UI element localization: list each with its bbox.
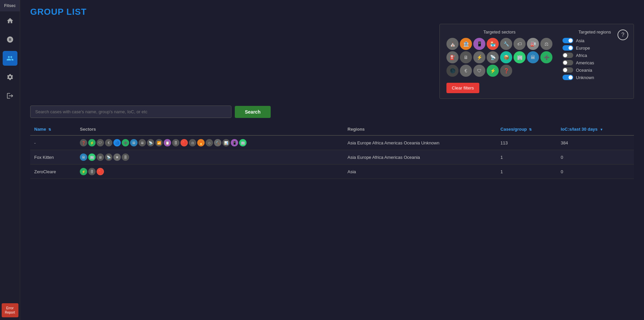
sector-dark[interactable]: 🌑 xyxy=(446,65,459,77)
table-header: Name ⇅ Sectors Regions Cases/group ⇅ IoC… xyxy=(30,123,634,135)
group-name: ZeroCleare xyxy=(30,165,76,179)
sector-energy[interactable]: ⛽ xyxy=(446,51,459,63)
search-row: Search xyxy=(30,106,634,118)
group-iocs: 0 xyxy=(557,165,634,179)
sector-manufacturing[interactable]: 🔧 xyxy=(500,38,512,50)
sector-retail[interactable]: 🏪 xyxy=(487,38,499,50)
group-regions: Asia Europe Africa Americas Oceania xyxy=(343,150,496,165)
table-row[interactable]: - ❓ ⚡ 🛡 € 🔵 ➕ 🏛 🖥 📡 📶 xyxy=(30,135,634,150)
region-europe-toggle[interactable] xyxy=(562,45,573,51)
sector-healthcare[interactable]: ➕ xyxy=(540,51,552,63)
group-iocs: 0 xyxy=(557,150,634,165)
table-wrapper: Name ⇅ Sectors Regions Cases/group ⇅ IoC… xyxy=(30,123,634,179)
region-americas-label: Americas xyxy=(576,60,594,65)
region-europe[interactable]: Europe xyxy=(562,45,627,51)
sector-supply[interactable]: 📦 xyxy=(500,51,512,63)
region-africa-toggle[interactable] xyxy=(562,53,573,58)
sector-religious[interactable]: ⛪ xyxy=(446,38,459,50)
help-icon[interactable]: ? xyxy=(618,29,628,40)
sidebar-item-logout[interactable] xyxy=(3,88,17,103)
filter-panel: ? Targeted sectors ⛪ 🏦 📱 🏪 🔧 🏷 🏭 ⚖ ⛽ 🖥 xyxy=(439,24,634,99)
targeted-sectors-title: Targeted sectors xyxy=(446,29,552,35)
regions-list: Asia Europe Africa Americas xyxy=(562,38,627,80)
sector-government[interactable]: 🏢 xyxy=(514,51,526,63)
sector-legal[interactable]: ⚖ xyxy=(540,38,552,50)
sector-technology[interactable]: 📱 xyxy=(473,38,485,50)
main-content: GROUP LIST ? Targeted sectors ⛪ 🏦 📱 🏪 🔧 … xyxy=(20,0,644,320)
error-report-button[interactable]: Error Report xyxy=(2,303,18,317)
search-input[interactable] xyxy=(30,106,231,118)
sector-defense[interactable]: 🏛 xyxy=(527,51,539,63)
group-cases: 1 xyxy=(496,150,557,165)
sector-power[interactable]: ⚡ xyxy=(487,65,499,77)
col-cases[interactable]: Cases/group ⇅ xyxy=(496,123,557,135)
region-africa[interactable]: Africa xyxy=(562,53,627,58)
group-sectors: ⚡ 🗄 🔴 xyxy=(76,165,343,179)
col-name[interactable]: Name ⇅ xyxy=(30,123,76,135)
sidebar-bottom: Error Report xyxy=(0,303,20,320)
search-button[interactable]: Search xyxy=(235,106,271,118)
group-cases: 113 xyxy=(496,135,557,150)
group-regions: Asia Europe Africa Americas Oceania Unkn… xyxy=(343,135,496,150)
group-name: Fox Kitten xyxy=(30,150,76,165)
sector-unknown[interactable]: ❓ xyxy=(500,65,512,77)
group-regions: Asia xyxy=(343,165,496,179)
sector-icons-grid: ⛪ 🏦 📱 🏪 🔧 🏷 🏭 ⚖ ⛽ 🖥 ⚡ 📡 📦 🏢 🏛 xyxy=(446,38,552,77)
region-unknown-label: Unknown xyxy=(576,75,594,80)
sector-it[interactable]: 🖥 xyxy=(460,51,472,63)
col-iocs[interactable]: IoC:s/last 30 days ▼ xyxy=(557,123,634,135)
group-sectors: ❓ ⚡ 🛡 € 🔵 ➕ 🏛 🖥 📡 📶 📋 🗄 xyxy=(76,135,343,150)
group-name: - xyxy=(30,135,76,150)
table-row[interactable]: ZeroCleare ⚡ 🗄 🔴 Asia 1 0 xyxy=(30,165,634,179)
region-africa-label: Africa xyxy=(576,53,587,58)
sidebar-item-groups[interactable] xyxy=(3,51,17,66)
sector-shield[interactable]: 🛡 xyxy=(473,65,485,77)
clear-filters-button[interactable]: Clear filters xyxy=(446,83,479,93)
sidebar: Fitsec Error Report xyxy=(0,0,20,320)
region-asia[interactable]: Asia xyxy=(562,38,627,43)
sector-finance2[interactable]: € xyxy=(460,65,472,77)
region-americas[interactable]: Americas xyxy=(562,60,627,65)
sidebar-item-home[interactable] xyxy=(3,13,17,28)
targeted-sectors-section: Targeted sectors ⛪ 🏦 📱 🏪 🔧 🏷 🏭 ⚖ ⛽ 🖥 ⚡ 📡 xyxy=(446,29,552,93)
page-title: GROUP LIST xyxy=(30,7,634,17)
group-cases: 1 xyxy=(496,165,557,179)
group-table: Name ⇅ Sectors Regions Cases/group ⇅ IoC… xyxy=(30,123,634,179)
region-asia-label: Asia xyxy=(576,38,584,43)
sidebar-item-settings[interactable] xyxy=(3,70,17,84)
sidebar-item-radiation[interactable] xyxy=(3,32,17,47)
table-row[interactable]: Fox Kitten 🏛 🏢 🖥 📡 ✖ 🗄 Asia Europe Afric… xyxy=(30,150,634,165)
table-body: - ❓ ⚡ 🛡 € 🔵 ➕ 🏛 🖥 📡 📶 xyxy=(30,135,634,179)
region-americas-toggle[interactable] xyxy=(562,60,573,65)
sector-logistics[interactable]: 🏷 xyxy=(514,38,526,50)
region-oceania[interactable]: Oceania xyxy=(562,67,627,73)
region-unknown[interactable]: Unknown xyxy=(562,75,627,80)
targeted-regions-section: Targeted regions Asia Europe Africa xyxy=(562,29,627,93)
sector-financial[interactable]: 🏦 xyxy=(460,38,472,50)
region-asia-toggle[interactable] xyxy=(562,38,573,43)
col-sectors: Sectors xyxy=(76,123,343,135)
group-sectors: 🏛 🏢 🖥 📡 ✖ 🗄 xyxy=(76,150,343,165)
brand-label: Fitsec xyxy=(0,0,20,11)
group-iocs: 384 xyxy=(557,135,634,150)
region-oceania-label: Oceania xyxy=(576,68,592,73)
col-regions: Regions xyxy=(343,123,496,135)
sector-telecom[interactable]: 📡 xyxy=(487,51,499,63)
sector-industrial[interactable]: 🏭 xyxy=(527,38,539,50)
sector-electric[interactable]: ⚡ xyxy=(473,51,485,63)
region-oceania-toggle[interactable] xyxy=(562,67,573,73)
region-europe-label: Europe xyxy=(576,46,590,51)
region-unknown-toggle[interactable] xyxy=(562,75,573,80)
